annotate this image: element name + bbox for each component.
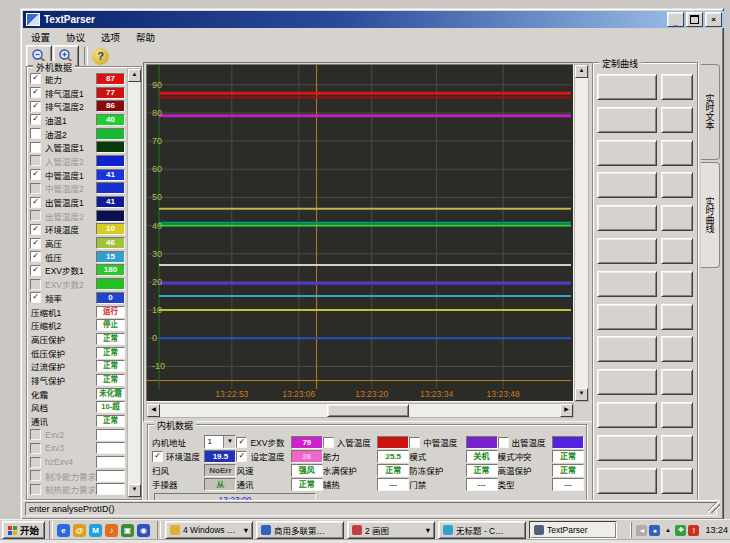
chart-hscrollbar[interactable]: ◀ ▶: [146, 403, 574, 418]
custom-curve-button[interactable]: [597, 205, 657, 231]
custom-curve-value-button[interactable]: [661, 205, 693, 231]
custom-curve-value-button[interactable]: [661, 271, 693, 297]
menu-item-协议[interactable]: 协议: [58, 29, 93, 45]
chart-vscrollbar[interactable]: ▲ ▼: [574, 64, 589, 402]
custom-curve-button[interactable]: [597, 74, 657, 100]
chart-scroll-right-icon[interactable]: ▶: [560, 404, 573, 417]
tab-实时曲线[interactable]: 实时曲线: [700, 162, 720, 268]
task-dropdown-icon[interactable]: ▾: [426, 525, 430, 535]
chart-hscroll-thumb[interactable]: [327, 404, 409, 417]
custom-curve-value-button[interactable]: [661, 107, 693, 133]
desktop-icon[interactable]: ▣: [121, 524, 134, 537]
antivirus-icon[interactable]: ✚: [675, 525, 686, 536]
checkbox[interactable]: [30, 279, 41, 290]
custom-curve-button[interactable]: [597, 468, 657, 494]
custom-curve-button[interactable]: [597, 336, 657, 362]
custom-curve-value-button[interactable]: [661, 435, 693, 461]
task-button-无标题 - C…[interactable]: 无标题 - C…: [438, 521, 526, 539]
checkbox[interactable]: ✓: [30, 87, 41, 98]
messenger-icon[interactable]: ◉: [137, 524, 150, 537]
media-icon[interactable]: ♪: [105, 524, 118, 537]
custom-curve-button[interactable]: [597, 271, 657, 297]
custom-curve-button[interactable]: [597, 369, 657, 395]
custom-curve-value-button[interactable]: [661, 238, 693, 264]
checkbox[interactable]: [409, 437, 420, 448]
custom-curve-button[interactable]: [597, 238, 657, 264]
chart-scroll-down-icon[interactable]: ▼: [575, 388, 588, 401]
indoor-address-dropdown[interactable]: 1▼: [204, 435, 236, 449]
close-button[interactable]: ×: [705, 12, 722, 27]
task-button-2 画图[interactable]: 2 画图▾: [347, 521, 435, 539]
task-dropdown-icon[interactable]: ▾: [244, 525, 248, 535]
show-hidden-icon[interactable]: ▴: [662, 525, 673, 536]
sidebar-item-label: 出管温度2: [45, 210, 96, 222]
custom-curve-value-button[interactable]: [661, 336, 693, 362]
checkbox[interactable]: [30, 183, 41, 194]
custom-curve-value-button[interactable]: [661, 369, 693, 395]
custom-curve-value-button[interactable]: [661, 468, 693, 494]
custom-curve-button[interactable]: [597, 107, 657, 133]
menu-item-选项[interactable]: 选项: [93, 29, 128, 45]
msn-icon[interactable]: M: [89, 524, 102, 537]
custom-curve-button[interactable]: [597, 304, 657, 330]
checkbox[interactable]: ✓: [30, 224, 41, 235]
minimize-button[interactable]: _: [667, 12, 684, 27]
tab-实时文本[interactable]: 实时文本: [700, 64, 720, 160]
taskbar-separator2: [157, 521, 161, 539]
chart-scroll-left-icon[interactable]: ◀: [147, 404, 160, 417]
checkbox[interactable]: ✓: [30, 251, 41, 262]
checkbox[interactable]: ✓: [30, 197, 41, 208]
checkbox[interactable]: ✓: [30, 101, 41, 112]
scroll-down-icon[interactable]: ▼: [128, 484, 141, 497]
resize-grip[interactable]: [708, 501, 720, 513]
checkbox[interactable]: ✓: [30, 265, 41, 276]
checkbox[interactable]: ✓: [236, 437, 247, 448]
menu-item-设置[interactable]: 设置: [23, 29, 58, 45]
checkbox[interactable]: ✓: [236, 451, 247, 462]
ie-icon[interactable]: e: [57, 524, 70, 537]
checkbox[interactable]: ✓: [152, 451, 163, 462]
checkbox[interactable]: ✓: [30, 114, 41, 125]
chart-scroll-up-icon[interactable]: ▲: [575, 65, 588, 78]
dropdown-arrow-icon[interactable]: ▼: [223, 436, 235, 448]
task-button-商用多联第…[interactable]: 商用多联第…: [256, 521, 344, 539]
checkbox[interactable]: [30, 457, 41, 468]
checkbox[interactable]: [30, 484, 41, 495]
network-icon[interactable]: ●: [649, 525, 660, 536]
checkbox[interactable]: [30, 142, 41, 153]
custom-curve-value-button[interactable]: [661, 402, 693, 428]
custom-curve-value-button[interactable]: [661, 74, 693, 100]
checkbox[interactable]: [30, 155, 41, 166]
custom-curve-button[interactable]: [597, 402, 657, 428]
custom-curve-button[interactable]: [597, 435, 657, 461]
start-button[interactable]: 开始: [2, 521, 45, 539]
sidebar-scrollbar[interactable]: ▲ ▼: [127, 68, 141, 498]
alert-icon[interactable]: !: [688, 525, 699, 536]
checkbox[interactable]: ✓: [30, 169, 41, 180]
checkbox[interactable]: [30, 128, 41, 139]
custom-curve-value-button[interactable]: [661, 172, 693, 198]
task-button-TextParser[interactable]: TextParser: [529, 521, 617, 539]
checkbox[interactable]: ✓: [30, 73, 41, 84]
checkbox[interactable]: ✓: [30, 238, 41, 249]
custom-curve-value-button[interactable]: [661, 304, 693, 330]
task-button-4 Windows …[interactable]: 4 Windows …▾: [165, 521, 253, 539]
menu-item-帮助[interactable]: 帮助: [128, 29, 163, 45]
checkbox[interactable]: [30, 443, 41, 454]
custom-curve-value-button[interactable]: [661, 140, 693, 166]
checkbox[interactable]: ✓: [30, 292, 41, 303]
custom-curve-button[interactable]: [597, 172, 657, 198]
speaker-icon[interactable]: ◄: [636, 525, 647, 536]
outlook-icon[interactable]: @: [73, 524, 86, 537]
restore-button[interactable]: [686, 12, 703, 27]
scroll-up-icon[interactable]: ▲: [128, 69, 141, 82]
checkbox[interactable]: [30, 429, 41, 440]
title-bar[interactable]: TextParser _ ×: [23, 11, 725, 28]
checkbox[interactable]: [323, 437, 334, 448]
checkbox[interactable]: [498, 437, 509, 448]
custom-curve-button[interactable]: [597, 140, 657, 166]
help-button[interactable]: ?: [92, 48, 109, 65]
checkbox[interactable]: [30, 470, 41, 481]
checkbox[interactable]: [30, 210, 41, 221]
chart-plot[interactable]: 9080706050403020100-1013:22:5313:23:0613…: [146, 64, 574, 402]
